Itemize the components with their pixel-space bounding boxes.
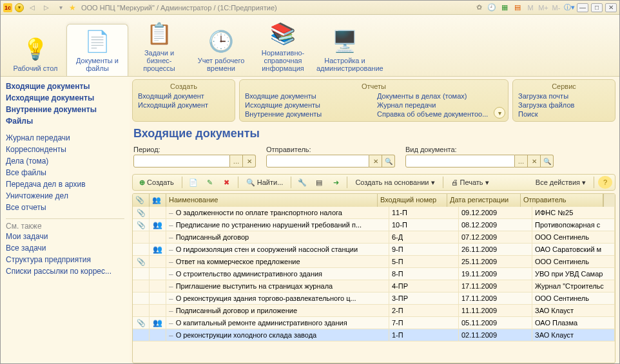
doctype-search-button[interactable]: 🔍 <box>541 155 554 168</box>
table-row[interactable]: 📎 👥 —О капитальный ремонте административ… <box>133 317 615 329</box>
doctype-ellipsis-button[interactable]: … <box>515 155 528 168</box>
panel-link[interactable]: Журнал передачи <box>377 101 503 110</box>
create-based-button[interactable]: Создать на основании ▾ <box>351 176 438 189</box>
tree-toggle-icon[interactable]: — <box>169 245 173 254</box>
nav-link[interactable]: Корреспонденты <box>6 144 124 155</box>
table-row[interactable]: 📎 —Ответ на коммерческое предложение 5-П… <box>133 256 615 268</box>
wrench-button[interactable]: 🔧 <box>295 176 309 189</box>
nav-dropdown-button[interactable]: ▾ <box>55 3 66 13</box>
tree-toggle-icon[interactable]: — <box>169 307 173 315</box>
nav-link[interactable]: Журнал передачи <box>6 132 124 144</box>
minimize-button[interactable]: — <box>577 3 588 12</box>
export-button[interactable]: ➜ <box>329 176 343 189</box>
nav-link[interactable]: Все задачи <box>6 242 124 254</box>
nav-link[interactable]: Исходящие документы <box>6 92 124 104</box>
tree-toggle-icon[interactable]: — <box>169 282 173 291</box>
table-row[interactable]: 📎 —О задолженности по оплате транспортно… <box>133 207 615 219</box>
section-tab[interactable]: 📄Документы и файлы <box>66 24 128 76</box>
list-button[interactable]: ▤ <box>312 176 326 189</box>
panel-link[interactable]: Внутренние документы <box>245 110 371 119</box>
col-date[interactable]: Дата регистрации <box>447 194 521 207</box>
panel-link[interactable]: Загрузка файлов <box>518 101 610 110</box>
m-plus-icon[interactable]: M+ <box>538 3 548 13</box>
tree-toggle-icon[interactable]: — <box>169 270 173 278</box>
col-users-icon[interactable]: 👥 <box>150 194 166 207</box>
tree-toggle-icon[interactable]: — <box>169 221 173 229</box>
table-row[interactable]: —О реконструкции холодного склада завода… <box>133 329 615 341</box>
star-add-icon[interactable]: ✩ <box>474 3 484 13</box>
nav-link[interactable]: Дела (тома) <box>6 155 124 167</box>
nav-link[interactable]: Уничтожение дел <box>6 190 124 202</box>
info-icon[interactable]: ⓘ▾ <box>564 3 574 13</box>
tree-toggle-icon[interactable]: — <box>169 233 173 242</box>
tree-toggle-icon[interactable]: — <box>169 294 173 303</box>
maximize-button[interactable]: □ <box>591 3 603 12</box>
delete-button[interactable]: ✖ <box>220 176 234 189</box>
find-button[interactable]: 🔍Найти... <box>242 176 287 189</box>
nav-link[interactable]: Мои задачи <box>6 231 124 242</box>
app-dropdown-icon[interactable]: ▾ <box>15 3 24 12</box>
nav-link[interactable]: Все отчеты <box>6 202 124 213</box>
nav-link[interactable]: Все файлы <box>6 167 124 178</box>
close-button[interactable]: ✕ <box>605 3 617 12</box>
tree-toggle-icon[interactable]: — <box>169 258 173 266</box>
m-minus-icon[interactable]: M- <box>551 3 561 13</box>
panel-link[interactable]: Поиск <box>518 110 610 119</box>
col-sender[interactable]: Отправитель <box>521 194 603 207</box>
grid-body[interactable]: 📎 —О задолженности по оплате транспортно… <box>133 207 615 363</box>
section-tab[interactable]: 🕒Учет рабочего времени <box>190 24 252 76</box>
calendar-icon[interactable]: ▤ <box>512 3 523 13</box>
sender-search-button[interactable]: 🔍 <box>382 155 395 168</box>
table-row[interactable]: —О строительство административного здани… <box>133 268 615 280</box>
panel-link[interactable]: Исходящий документ <box>138 101 229 110</box>
panel-link[interactable]: Справка об объеме документоо... <box>377 110 503 119</box>
period-input[interactable] <box>133 155 230 168</box>
table-row[interactable]: 👥 —О гидроизоляция стен и сооружений нас… <box>133 244 615 256</box>
table-row[interactable]: —Подписанный договор и приложение 2-П 11… <box>133 305 615 317</box>
tree-toggle-icon[interactable]: — <box>169 331 173 340</box>
table-row[interactable]: 📎 👥 —Предписание по устранению нарушений… <box>133 219 615 231</box>
nav-link[interactable]: Внутренние документы <box>6 104 124 115</box>
help-button[interactable]: ? <box>598 176 612 189</box>
expand-reports-button[interactable]: ▾ <box>494 107 505 119</box>
panel-link[interactable]: Загрузка почты <box>518 91 610 101</box>
sender-clear-button[interactable]: ✕ <box>369 155 382 168</box>
history-icon[interactable]: 🕘 <box>487 3 497 13</box>
col-attachment-icon[interactable]: 📎 <box>133 194 150 207</box>
table-row[interactable]: —О реконструкция здания торгово-развлека… <box>133 292 615 305</box>
all-actions-button[interactable]: Все действия ▾ <box>532 176 590 189</box>
nav-link[interactable]: Передача дел в архив <box>6 178 124 190</box>
nav-link[interactable]: Списки рассылки по коррес... <box>6 265 124 277</box>
section-tab[interactable]: 💡Рабочий стол <box>5 32 66 76</box>
doctype-input[interactable] <box>405 155 515 168</box>
create-button[interactable]: ⊕Создать <box>135 176 178 189</box>
tree-toggle-icon[interactable]: — <box>169 319 173 327</box>
panel-link[interactable]: Документы в делах (томах) <box>377 91 503 101</box>
section-tab[interactable]: 📋Задачи и бизнес-процессы <box>128 17 190 76</box>
nav-forward-button[interactable]: ▷ <box>41 3 52 13</box>
nav-link[interactable]: Входящие документы <box>6 81 124 92</box>
table-row[interactable]: —Подписанный договор 6-Д 07.12.2009 ООО … <box>133 231 615 244</box>
col-name[interactable]: Наименование <box>166 194 378 207</box>
table-row[interactable]: —Приглашение выступить на страницах журн… <box>133 280 615 292</box>
period-clear-button[interactable]: ✕ <box>243 155 256 168</box>
period-ellipsis-button[interactable]: … <box>230 155 243 168</box>
tree-toggle-icon[interactable]: — <box>169 209 173 217</box>
panel-link[interactable]: Исходящие документы <box>245 101 371 110</box>
sender-input[interactable] <box>266 155 369 168</box>
doctype-clear-button[interactable]: ✕ <box>528 155 541 168</box>
section-tab[interactable]: 📚Нормативно-справочная информация <box>252 17 314 76</box>
calc-icon[interactable]: ▦ <box>499 3 510 13</box>
nav-link[interactable]: Структура предприятия <box>6 254 124 265</box>
nav-link[interactable]: Файлы <box>6 115 124 127</box>
edit-button[interactable]: ✎ <box>203 176 217 189</box>
m-icon[interactable]: M <box>525 3 536 13</box>
print-button[interactable]: 🖨Печать ▾ <box>447 176 493 189</box>
copy-button[interactable]: 📄 <box>186 176 200 189</box>
favorite-icon[interactable]: ★ <box>69 3 76 12</box>
section-tab[interactable]: 🖥️Настройка и администрирование <box>314 24 376 76</box>
col-number[interactable]: Входящий номер <box>378 194 447 207</box>
nav-back-button[interactable]: ◁ <box>26 3 38 13</box>
panel-link[interactable]: Входящий документ <box>138 91 229 101</box>
panel-link[interactable]: Входящие документы <box>245 91 371 101</box>
